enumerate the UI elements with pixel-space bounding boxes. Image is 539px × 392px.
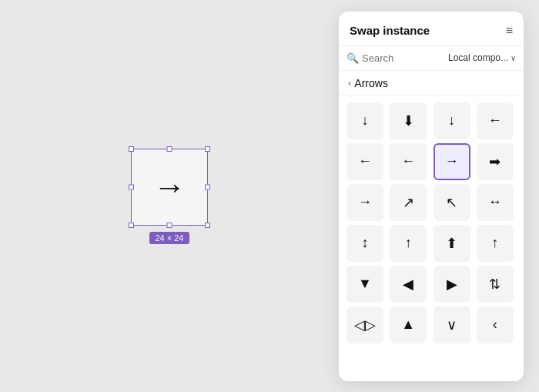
category-label: Arrows: [354, 77, 388, 89]
handle-bl[interactable]: [129, 223, 134, 228]
back-button[interactable]: ‹: [348, 77, 351, 89]
panel-title: Swap instance: [350, 24, 430, 37]
dropdown-label: Local compo...: [448, 52, 508, 63]
icon-cell-triangle-up[interactable]: ▲: [390, 307, 427, 343]
icon-cell-arrow-diagonal-in[interactable]: ↖: [434, 184, 470, 221]
icon-cell-arrow-double-horizontal[interactable]: ◁▷: [346, 307, 383, 343]
icon-grid: ↓⬇↓←←←→➡→↗↖↔↕↑⬆↑▼◀▶⇅◁▷▲∨‹: [346, 102, 516, 343]
icon-cell-arrow-down-light[interactable]: ↓: [434, 102, 470, 139]
icon-cell-arrow-horizontal[interactable]: ↔: [477, 184, 514, 221]
handle-bm[interactable]: [167, 223, 172, 228]
back-row: ‹ Arrows: [339, 71, 524, 96]
icon-cell-arrow-left-thin[interactable]: ←: [477, 102, 514, 139]
panel-header: Swap instance ≡: [339, 12, 524, 46]
icon-cell-chevron-down[interactable]: ∨: [434, 307, 470, 343]
icon-cell-chevron-left[interactable]: ‹: [477, 307, 514, 343]
icon-cell-arrow-diagonal-out[interactable]: ↗: [390, 184, 427, 221]
handle-br[interactable]: [205, 223, 210, 228]
chevron-down-icon: ∨: [511, 54, 516, 62]
selected-component: → 24 × 24: [131, 149, 208, 244]
icon-cell-arrow-left-filled[interactable]: ←: [346, 143, 383, 180]
icon-cell-arrow-right-filled[interactable]: ➡: [477, 143, 514, 180]
icon-cell-arrow-up-light[interactable]: ↑: [477, 225, 514, 262]
component-arrow-icon: →: [153, 169, 186, 206]
icon-cell-arrow-down-filled[interactable]: ⬇: [390, 102, 427, 139]
icon-cell-triangle-left[interactable]: ◀: [390, 266, 427, 303]
icon-cell-triangle-right[interactable]: ▶: [434, 266, 470, 303]
handle-tr[interactable]: [205, 146, 210, 152]
icon-cell-sort-arrows[interactable]: ⇅: [477, 266, 514, 303]
handle-tm[interactable]: [167, 146, 172, 152]
component-box[interactable]: →: [131, 149, 208, 226]
icon-cell-arrow-left-alt[interactable]: ←: [390, 143, 427, 180]
icon-grid-area: ↓⬇↓←←←→➡→↗↖↔↕↑⬆↑▼◀▶⇅◁▷▲∨‹: [339, 96, 524, 381]
component-library-dropdown[interactable]: Local compo... ∨: [448, 52, 516, 63]
search-box: 🔍: [346, 52, 444, 64]
handle-tl[interactable]: [129, 146, 134, 152]
icon-cell-arrow-vertical[interactable]: ↕: [346, 225, 383, 262]
handle-mr[interactable]: [205, 184, 210, 189]
icon-cell-arrow-up[interactable]: ↑: [390, 225, 427, 262]
icon-cell-arrow-right[interactable]: →: [434, 143, 470, 180]
canvas-area: → 24 × 24: [0, 0, 339, 392]
search-icon: 🔍: [346, 52, 359, 64]
size-badge: 24 × 24: [149, 232, 189, 244]
icon-cell-triangle-down[interactable]: ▼: [346, 266, 383, 303]
handle-ml[interactable]: [129, 184, 134, 189]
search-input[interactable]: [362, 52, 444, 64]
icon-cell-arrow-right-alt[interactable]: →: [346, 184, 383, 221]
search-row: 🔍 Local compo... ∨: [339, 46, 524, 71]
icon-cell-arrow-up-filled[interactable]: ⬆: [434, 225, 470, 262]
icon-cell-arrow-down[interactable]: ↓: [346, 102, 383, 139]
menu-icon[interactable]: ≡: [506, 24, 513, 38]
swap-instance-panel: Swap instance ≡ 🔍 Local compo... ∨ ‹ Arr…: [339, 12, 524, 381]
